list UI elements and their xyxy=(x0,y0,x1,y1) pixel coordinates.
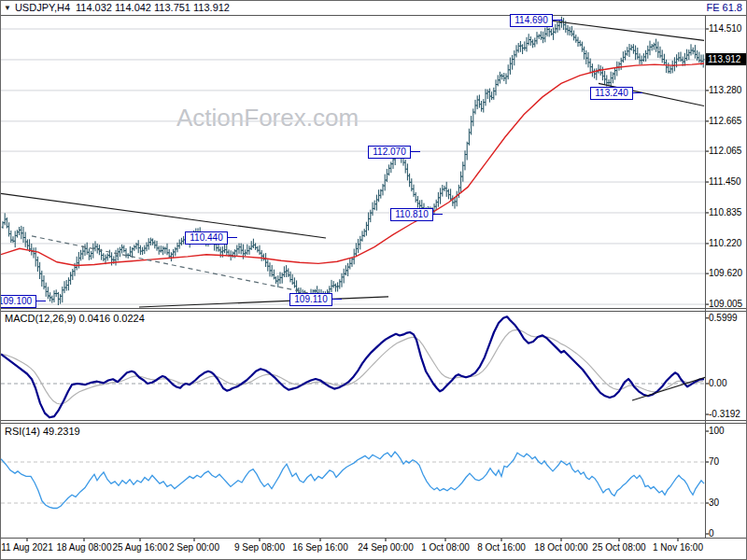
date-label: 24 Sep 00:00 xyxy=(352,542,419,553)
rsi-axis-label: 0 xyxy=(709,528,714,539)
rsi-line xyxy=(1,452,704,509)
dropdown-arrow-icon[interactable]: ▼ xyxy=(4,4,11,12)
y-axis-label: 111.450 xyxy=(709,176,741,187)
ohlc-values: 114.032 114.042 113.751 113.912 xyxy=(76,2,230,13)
macd-axis-label: 0.00 xyxy=(709,378,726,388)
macd-title: MACD(12,26,9) 0.0416 0.0224 xyxy=(5,313,145,324)
rsi-axis-label: 100 xyxy=(709,426,725,436)
date-label: 1 Nov 16:00 xyxy=(644,542,712,553)
y-axis-label: 112.065 xyxy=(709,146,741,156)
y-axis-label: 110.835 xyxy=(709,207,741,217)
date-label: 25 Oct 08:00 xyxy=(585,542,653,553)
price-label: 114.690 xyxy=(510,14,553,27)
price-label: 110.810 xyxy=(390,208,433,221)
date-label: 9 Sep 08:00 xyxy=(226,542,293,553)
trendline[interactable] xyxy=(1,193,326,238)
macd-axis-label: 0.5999 xyxy=(709,313,738,323)
y-axis-label: 109.005 xyxy=(709,299,742,309)
symbol-title: USDJPY,H4 xyxy=(15,2,70,13)
rsi-title: RSI(14) 49.2319 xyxy=(5,426,80,437)
macd-signal-line xyxy=(1,329,703,404)
date-label: 8 Oct 16:00 xyxy=(468,542,535,553)
price-label: 113.240 xyxy=(590,87,633,100)
price-label: 112.070 xyxy=(368,146,411,159)
y-axis-label: 110.220 xyxy=(709,238,741,248)
y-axis-label: 109.620 xyxy=(709,268,742,278)
price-label: 110.440 xyxy=(185,231,228,245)
fib-expansion-label: FE 61.8 xyxy=(706,2,742,13)
trendline[interactable] xyxy=(139,297,388,307)
macd-line xyxy=(1,316,704,417)
price-label: 109.100 xyxy=(0,295,36,308)
date-label: 2 Sep 00:00 xyxy=(161,542,228,553)
y-axis-label: 113.280 xyxy=(709,85,741,95)
rsi-axis-label: 30 xyxy=(709,497,719,508)
y-axis-label: 114.510 xyxy=(709,23,741,34)
y-axis-label: 112.665 xyxy=(709,116,741,126)
chart-window: ActionForex.com ▼USDJPY,H4114.032 114.04… xyxy=(0,0,747,560)
current-price-tag: 113.912 xyxy=(706,53,747,65)
rsi-axis-label: 70 xyxy=(709,456,719,467)
price-label: 109.110 xyxy=(289,293,332,306)
date-label: 16 Sep 16:00 xyxy=(287,542,354,553)
symbol-header: ▼USDJPY,H4114.032 114.042 113.751 113.91… xyxy=(4,2,230,13)
chart-canvas[interactable] xyxy=(1,1,747,560)
macd-axis-label: -0.3192 xyxy=(709,409,740,419)
